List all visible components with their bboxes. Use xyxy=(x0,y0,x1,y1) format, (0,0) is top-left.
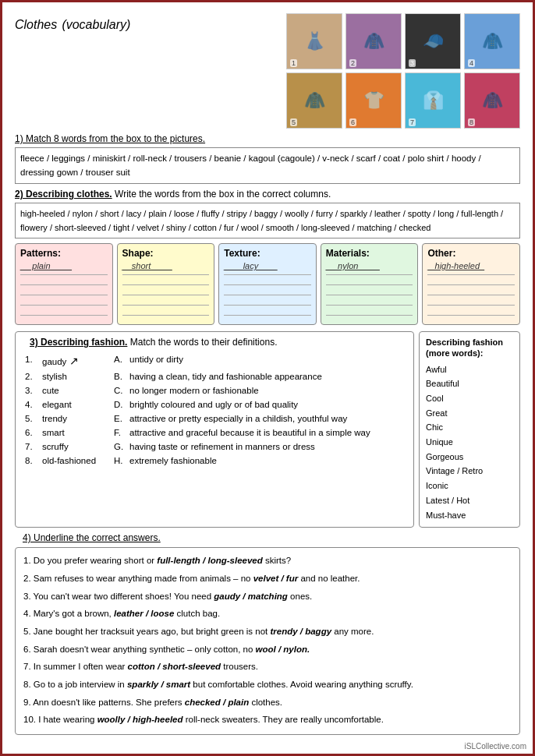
match-word: scruffy xyxy=(41,440,111,453)
clothing-image-8: 🧥 8 xyxy=(464,72,520,129)
section2-wordbox: high-heeled / nylon / short / lacy / pla… xyxy=(15,203,520,238)
answer-sentence: 4. Mary's got a brown, leather / loose c… xyxy=(23,606,512,622)
answer-sentence: 8. Go to a job interview in sparkly / sm… xyxy=(23,677,512,693)
section3-sidebar: Describing fashion (more words): AwfulBe… xyxy=(419,331,520,528)
match-table: 1. gaudy↗ A. untidy or dirty 2. stylish … xyxy=(22,352,407,468)
section3-title: 3) Describing fashion. Match the words t… xyxy=(22,337,407,348)
match-row: 7. scruffy G. having taste or refinement… xyxy=(23,440,406,453)
header-area: Clothes (vocabulary) 👗 1 🧥 2 🧢 3 🧥 4 xyxy=(15,13,520,129)
match-word: trendy xyxy=(41,412,111,425)
answer-sentence: 6. Sarah doesn't wear anything synthetic… xyxy=(23,641,512,658)
answer-sentence: 7. In summer I often wear cotton / short… xyxy=(23,659,512,675)
clothing-images-grid: 👗 1 🧥 2 🧢 3 🧥 4 🧥 5 👕 6 xyxy=(286,13,520,129)
match-letter: G. xyxy=(112,440,126,453)
subtitle-text: (vocabulary) xyxy=(62,18,130,31)
title-block: Clothes (vocabulary) xyxy=(15,13,286,34)
isl-badge: iSLCollective.com xyxy=(465,742,526,751)
answer-sentence: 9. Ann doesn't like patterns. She prefer… xyxy=(23,694,512,711)
match-def: having taste or refinement in manners or… xyxy=(128,440,406,453)
section4-sentences: 1. Do you prefer wearing short or full-l… xyxy=(23,553,512,728)
match-word: gaudy↗ xyxy=(41,353,111,369)
main-title: Clothes (vocabulary) xyxy=(15,13,286,34)
match-row: 5. trendy E. attractive or pretty especi… xyxy=(23,412,406,425)
col-patterns: Patterns: __ plain ____ xyxy=(15,243,113,325)
match-letter: B. xyxy=(112,370,126,383)
answer-sentence: 3. You can't wear two different shoes! Y… xyxy=(23,588,512,605)
match-row: 2. stylish B. having a clean, tidy and f… xyxy=(23,370,406,383)
col-materials: Materials: __ nylon ____ xyxy=(321,243,419,325)
match-row: 8. old-fashioned H. extremely fashionabl… xyxy=(23,454,406,467)
side-word-item: Great xyxy=(426,406,513,421)
section1-wordbox: fleece / leggings / miniskirt / roll-nec… xyxy=(15,147,520,184)
col-texture: Texture: ____lacy____ xyxy=(218,243,317,325)
match-num: 3. xyxy=(23,384,39,397)
match-def: brightly coloured and ugly or of bad qua… xyxy=(128,398,406,411)
match-word: smart xyxy=(41,426,111,439)
answer-sentence: 10. I hate wearing woolly / high-heeled … xyxy=(23,712,512,728)
section1-title: 1) Match 8 words from the box to the pic… xyxy=(15,133,520,144)
match-letter: E. xyxy=(112,412,126,425)
answer-sentence: 2. Sam refuses to wear anything made fro… xyxy=(23,571,512,587)
side-word-item: Awful xyxy=(426,362,513,377)
section4-title: 4) Underline the correct answers. xyxy=(15,532,520,543)
match-row: 4. elegant D. brightly coloured and ugly… xyxy=(23,398,406,411)
clothing-image-2: 🧥 2 xyxy=(345,13,402,69)
section4-box: 1. Do you prefer wearing short or full-l… xyxy=(15,547,520,735)
side-word-item: Gorgeous xyxy=(426,450,513,465)
match-letter: C. xyxy=(112,384,126,397)
section2-title: 2) Describing clothes. Write the words f… xyxy=(15,189,520,200)
match-def: no longer modern or fashionable xyxy=(128,384,406,397)
clothing-image-3: 🧢 3 xyxy=(405,13,461,69)
match-num: 5. xyxy=(23,412,39,425)
match-num: 2. xyxy=(23,370,39,383)
clothing-image-4: 🧥 4 xyxy=(464,13,520,69)
match-num: 4. xyxy=(23,398,39,411)
col-other: Other: _ high-heeled_ xyxy=(422,243,520,325)
side-word-item: Iconic xyxy=(426,479,513,493)
match-def: extremely fashionable xyxy=(128,454,406,467)
section3-wrap: 3) Describing fashion. Match the words t… xyxy=(15,331,520,528)
clothing-image-5: 🧥 5 xyxy=(286,72,342,129)
match-num: 7. xyxy=(23,440,39,453)
match-row: 3. cute C. no longer modern or fashionab… xyxy=(23,384,406,397)
match-word: elegant xyxy=(41,398,111,411)
answer-sentence: 1. Do you prefer wearing short or full-l… xyxy=(23,553,512,569)
match-row: 6. smart F. attractive and graceful beca… xyxy=(23,426,406,439)
col-shape: Shape: __short ____ xyxy=(117,243,215,325)
match-letter: D. xyxy=(112,398,126,411)
match-letter: A. xyxy=(112,353,126,369)
match-word: old-fashioned xyxy=(41,454,111,467)
columns-area: Patterns: __ plain ____ Shape: __short _… xyxy=(15,243,520,325)
answer-sentence: 5. Jane bought her tracksuit years ago, … xyxy=(23,624,512,640)
match-num: 6. xyxy=(23,426,39,439)
side-word-item: Chic xyxy=(426,420,513,435)
match-num: 1. xyxy=(23,353,39,369)
side-word-item: Cool xyxy=(426,391,513,406)
side-words-list: AwfulBeautifulCoolGreatChicUniqueGorgeou… xyxy=(426,362,513,523)
side-word-item: Vintage / Retro xyxy=(426,464,513,479)
match-def: attractive or pretty especially in a chi… xyxy=(128,412,406,425)
match-letter: H. xyxy=(112,454,126,467)
title-text: Clothes xyxy=(15,18,57,31)
match-letter: F. xyxy=(112,426,126,439)
match-row: 1. gaudy↗ A. untidy or dirty xyxy=(23,353,406,369)
page: Clothes (vocabulary) 👗 1 🧥 2 🧢 3 🧥 4 xyxy=(0,0,535,756)
side-word-item: Beautiful xyxy=(426,376,513,391)
match-def: attractive and graceful because it is be… xyxy=(128,426,406,439)
match-word: cute xyxy=(41,384,111,397)
match-def: having a clean, tidy and fashionable app… xyxy=(128,370,406,383)
side-word-item: Latest / Hot xyxy=(426,493,513,508)
clothing-image-1: 👗 1 xyxy=(286,13,342,69)
side-word-item: Must-have xyxy=(426,508,513,523)
section3-main: 3) Describing fashion. Match the words t… xyxy=(15,331,414,528)
side-word-item: Unique xyxy=(426,435,513,450)
clothing-image-7: 👔 7 xyxy=(405,72,461,129)
match-def: untidy or dirty xyxy=(128,353,406,369)
clothing-image-6: 👕 6 xyxy=(345,72,402,129)
match-num: 8. xyxy=(23,454,39,467)
match-word: stylish xyxy=(41,370,111,383)
